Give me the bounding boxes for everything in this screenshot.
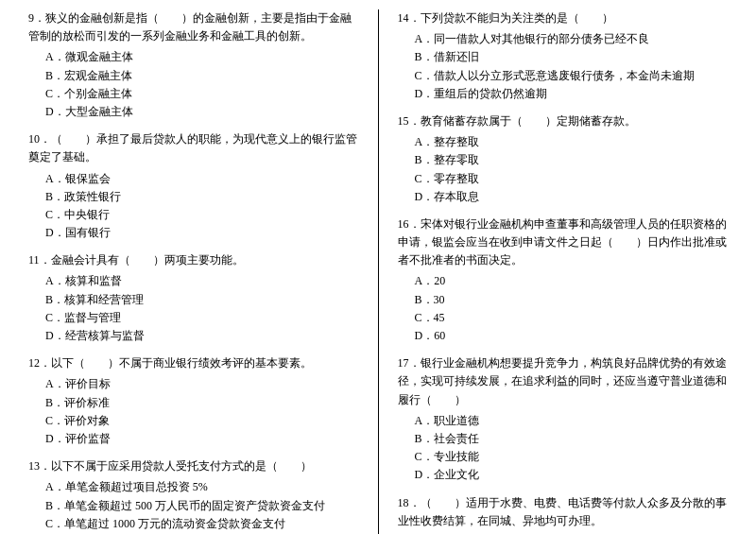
- q10-optA: A．银保监会: [45, 170, 359, 188]
- q17-optB: B．社会责任: [415, 430, 729, 448]
- q12-optC: C．评价对象: [45, 412, 359, 430]
- q13-optC: C．单笔超过 1000 万元的流动资金贷款资金支付: [45, 515, 359, 533]
- q15-optB: B．整存零取: [415, 151, 729, 169]
- q14-optA: A．同一借款人对其他银行的部分债务已经不良: [415, 30, 729, 48]
- q11-optA: A．核算和监督: [45, 272, 359, 290]
- q13-optB: B．单笔金额超过 500 万人民币的固定资产贷款资金支付: [45, 497, 359, 515]
- question-15: 15．教育储蓄存款属于（ ）定期储蓄存款。 A．整存整取 B．整存零取 C．零存…: [398, 112, 729, 206]
- q10-text: 10．（ ）承担了最后贷款人的职能，为现代意义上的银行监管奠定了基础。: [28, 130, 359, 166]
- question-9: 9．狭义的金融创新是指（ ）的金融创新，主要是指由于金融管制的放松而引发的一系列…: [28, 9, 359, 121]
- q12-optD: D．评价监督: [45, 430, 359, 448]
- q10-optB: B．政策性银行: [45, 188, 359, 206]
- q17-optD: D．企业文化: [415, 466, 729, 484]
- q12-optB: B．评价标准: [45, 394, 359, 412]
- q14-optD: D．重组后的贷款仍然逾期: [415, 85, 729, 103]
- q9-optB: B．宏观金融主体: [45, 67, 359, 85]
- q16-text: 16．宋体对银行业金融机构申查董事和高级管理人员的任职资格的申请，银监会应当在收…: [398, 215, 729, 270]
- q16-optD: D．60: [415, 327, 729, 345]
- q17-text: 17．银行业金融机构想要提升竞争力，构筑良好品牌优势的有效途径，实现可持续发展，…: [398, 354, 729, 409]
- q16-optC: C．45: [415, 309, 729, 327]
- q12-optA: A．评价目标: [45, 375, 359, 393]
- q17-optC: C．专业技能: [415, 448, 729, 466]
- q15-optC: C．零存整取: [415, 170, 729, 188]
- column-divider: [378, 9, 379, 534]
- q10-optD: D．国有银行: [45, 224, 359, 242]
- q16-optA: A．20: [415, 272, 729, 290]
- question-18: 18．（ ）适用于水费、电费、电话费等付款人众多及分散的事业性收费结算，在同城、…: [398, 494, 729, 535]
- page-content: 9．狭义的金融创新是指（ ）的金融创新，主要是指由于金融管制的放松而引发的一系列…: [28, 9, 728, 534]
- q9-optA: A．微观金融主体: [45, 48, 359, 66]
- q11-text: 11．金融会计具有（ ）两项主要功能。: [28, 251, 359, 269]
- q14-optB: B．借新还旧: [415, 48, 729, 66]
- question-14: 14．下列贷款不能归为关注类的是（ ） A．同一借款人对其他银行的部分债务已经不…: [398, 9, 729, 103]
- right-column: 14．下列贷款不能归为关注类的是（ ） A．同一借款人对其他银行的部分债务已经不…: [384, 9, 729, 534]
- q12-text: 12．以下（ ）不属于商业银行绩效考评的基本要素。: [28, 354, 359, 372]
- question-13: 13．以下不属于应采用贷款人受托支付方式的是（ ） A．单笔金额超过项目总投资 …: [28, 457, 359, 534]
- question-12: 12．以下（ ）不属于商业银行绩效考评的基本要素。 A．评价目标 B．评价标准 …: [28, 354, 359, 448]
- q18-text: 18．（ ）适用于水费、电费、电话费等付款人众多及分散的事业性收费结算，在同城、…: [398, 494, 729, 530]
- question-16: 16．宋体对银行业金融机构申查董事和高级管理人员的任职资格的申请，银监会应当在收…: [398, 215, 729, 345]
- q15-optA: A．整存整取: [415, 133, 729, 151]
- q9-optD: D．大型金融主体: [45, 103, 359, 121]
- q13-optA: A．单笔金额超过项目总投资 5%: [45, 478, 359, 496]
- q9-text: 9．狭义的金融创新是指（ ）的金融创新，主要是指由于金融管制的放松而引发的一系列…: [28, 9, 359, 45]
- q11-optC: C．监督与管理: [45, 309, 359, 327]
- q9-optC: C．个别金融主体: [45, 85, 359, 103]
- q15-text: 15．教育储蓄存款属于（ ）定期储蓄存款。: [398, 112, 729, 130]
- q10-optC: C．中央银行: [45, 206, 359, 224]
- question-11: 11．金融会计具有（ ）两项主要功能。 A．核算和监督 B．核算和经营管理 C．…: [28, 251, 359, 345]
- left-column: 9．狭义的金融创新是指（ ）的金融创新，主要是指由于金融管制的放松而引发的一系列…: [28, 9, 373, 534]
- q16-optB: B．30: [415, 291, 729, 309]
- q11-optD: D．经营核算与监督: [45, 327, 359, 345]
- q15-optD: D．存本取息: [415, 188, 729, 206]
- q14-optC: C．借款人以分立形式恶意逃废银行债务，本金尚未逾期: [415, 67, 729, 85]
- q17-optA: A．职业道德: [415, 412, 729, 430]
- q13-text: 13．以下不属于应采用贷款人受托支付方式的是（ ）: [28, 457, 359, 475]
- question-17: 17．银行业金融机构想要提升竞争力，构筑良好品牌优势的有效途径，实现可持续发展，…: [398, 354, 729, 484]
- question-10: 10．（ ）承担了最后贷款人的职能，为现代意义上的银行监管奠定了基础。 A．银保…: [28, 130, 359, 242]
- q11-optB: B．核算和经营管理: [45, 291, 359, 309]
- q14-text: 14．下列贷款不能归为关注类的是（ ）: [398, 9, 729, 27]
